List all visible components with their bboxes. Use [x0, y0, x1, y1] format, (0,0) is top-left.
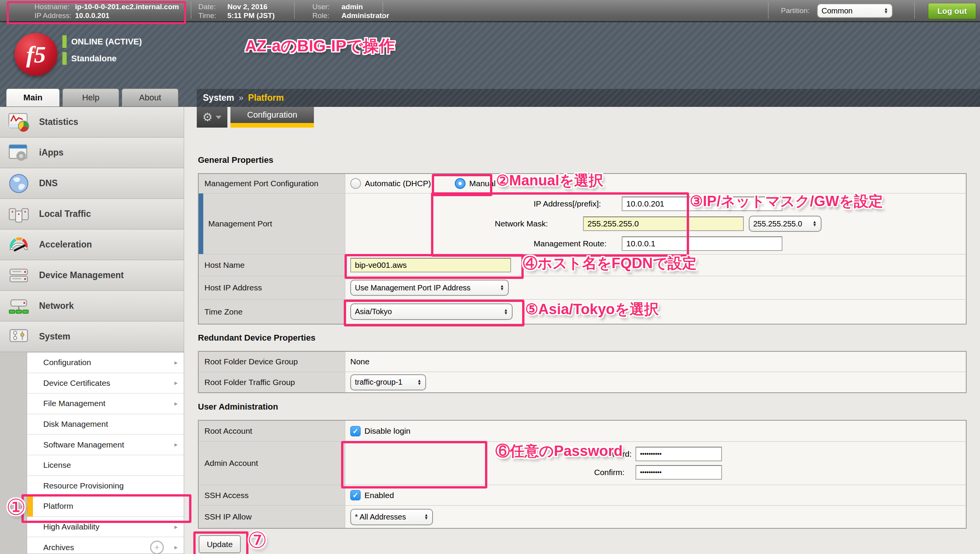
submenu-label: Configuration [43, 358, 91, 367]
redundant-properties-table: Root Folder Device Group None Root Folde… [198, 351, 967, 393]
host-name-input[interactable] [350, 258, 511, 272]
servers-icon [8, 203, 30, 225]
header-divider [294, 2, 295, 18]
ssh-enabled-checkbox[interactable]: ✓ [350, 490, 361, 500]
breadcrumb-section[interactable]: System [203, 93, 234, 103]
date-label: Date: [198, 3, 216, 11]
section-title-redundant: Redundant Device Properties [198, 333, 315, 343]
submenu-label: Device Certificates [43, 379, 110, 388]
annotation-step7: ⑦ [247, 527, 267, 553]
timezone-select-value: Asia/Tokyo [355, 307, 392, 316]
annotation-step2: ②Manualを選択 [496, 171, 603, 190]
submenu-item-file-management[interactable]: File Management ▸ [27, 393, 184, 414]
tab-configuration[interactable]: Configuration [230, 107, 314, 128]
sidebar-item-network[interactable]: Network [0, 291, 184, 321]
submenu-arrow-icon: ▸ [174, 400, 178, 408]
confirm-label: Confirm: [594, 468, 635, 477]
status-bar-icon [62, 52, 67, 65]
partition-label: Partition: [781, 7, 810, 15]
row-label: Root Folder Device Group [199, 352, 345, 372]
brand-banner: f5 ONLINE (ACTIVE) Standalone Main Help … [0, 22, 980, 107]
system-sliders-icon [8, 326, 30, 348]
password-input[interactable] [635, 447, 722, 461]
submenu-item-platform[interactable]: Platform [27, 496, 184, 517]
partition-select[interactable]: Common ▲▼ [817, 3, 893, 18]
traffic-group-select-value: traffic-group-1 [355, 378, 402, 387]
traffic-group-select[interactable]: traffic-group-1 ▲▼ [350, 374, 426, 390]
submenu-item-software-management[interactable]: Software Management ▸ [27, 434, 184, 455]
ssh-ip-allow-select[interactable]: * All Addresses ▲▼ [350, 509, 433, 525]
user-label: User: [312, 3, 330, 11]
gear-icon: ⚙ [203, 111, 213, 123]
select-arrows-icon: ▲▼ [424, 514, 428, 520]
annotation-step3: ③IP/ネットマスク/GWを設定 [690, 192, 883, 211]
header-divider [382, 2, 383, 18]
submenu-arrow-icon: ▸ [174, 543, 178, 551]
section-title-user-admin: User Administration [198, 402, 278, 412]
sidebar-item-dns[interactable]: DNS [0, 168, 184, 199]
ip-value: 10.0.0.201 [75, 11, 109, 20]
user-value: admin [341, 3, 363, 11]
host-ip-select[interactable]: Use Management Port IP Address ▲▼ [350, 280, 509, 296]
update-button[interactable]: Update [199, 535, 241, 553]
select-arrows-icon: ▲▼ [504, 309, 508, 315]
sidebar-item-system[interactable]: System [0, 321, 184, 352]
role-label: Role: [312, 11, 329, 20]
annotation-step6: ⑥任意のPassword [495, 441, 622, 461]
f5-logo: f5 [15, 33, 57, 76]
ip-label: IP Address: [34, 11, 72, 20]
tab-help[interactable]: Help [62, 89, 119, 107]
tab-about[interactable]: About [122, 89, 178, 107]
sidebar-item-iapps[interactable]: iApps [0, 138, 184, 168]
network-mask-select[interactable]: 255.255.255.0 ▲▼ [749, 216, 822, 232]
select-arrows-icon: ▲▼ [500, 285, 504, 291]
submenu-item-disk-management[interactable]: Disk Management [27, 414, 184, 435]
active-row-marker [199, 193, 203, 254]
user-admin-table: Root Account ✓ Disable login Admin Accou… [198, 420, 967, 529]
time-label: Time: [198, 11, 216, 20]
ssh-enabled-label: Enabled [364, 491, 394, 500]
submenu-item-resource-provisioning[interactable]: Resource Provisioning [27, 476, 184, 497]
submenu-item-device-certificates[interactable]: Device Certificates ▸ [27, 373, 184, 394]
sidebar-item-device-management[interactable]: Device Management [0, 260, 184, 291]
options-menu-button[interactable]: ⚙ [197, 107, 227, 128]
host-ip-select-value: Use Management Port IP Address [355, 284, 470, 292]
disable-login-checkbox[interactable]: ✓ [350, 426, 361, 436]
sidebar-item-acceleration[interactable]: Acceleration [0, 229, 184, 260]
dns-globe-icon [8, 172, 30, 195]
header-divider [191, 2, 191, 18]
radio-manual-label: Manual [469, 179, 496, 188]
row-label: Admin Account [199, 442, 345, 485]
radio-manual[interactable] [455, 178, 466, 189]
sidebar-item-label: Device Management [39, 270, 124, 280]
radio-automatic-dhcp[interactable] [350, 178, 361, 189]
network-mask-label: Network Mask: [495, 219, 583, 228]
disable-login-label: Disable login [364, 426, 410, 436]
time-value: 5:11 PM (JST) [227, 11, 275, 20]
submenu-item-high-availability[interactable]: High Availability ▸ [27, 517, 184, 538]
submenu-item-license[interactable]: License [27, 455, 184, 476]
submenu-label: High Availability [43, 522, 100, 531]
submenu-item-archives[interactable]: Archives + ▸ [27, 537, 184, 554]
row-label: Host Name [199, 254, 345, 276]
management-route-input[interactable] [622, 236, 782, 251]
tab-main[interactable]: Main [6, 89, 60, 107]
header-divider [914, 2, 915, 18]
system-submenu: Configuration ▸ Device Certificates ▸ Fi… [27, 352, 184, 554]
logout-button[interactable]: Log out [928, 3, 976, 19]
network-mask-input[interactable] [583, 216, 744, 231]
timezone-select[interactable]: Asia/Tokyo ▲▼ [350, 303, 513, 320]
confirm-input[interactable] [635, 465, 722, 480]
submenu-item-configuration[interactable]: Configuration ▸ [27, 352, 184, 373]
sidebar-item-label: iApps [39, 148, 64, 158]
submenu-label: Platform [43, 502, 73, 511]
row-label: Management Port [199, 193, 345, 254]
plus-circle-icon[interactable]: + [150, 541, 164, 554]
sidebar-item-statistics[interactable]: Statistics [0, 107, 184, 138]
device-stack-icon [8, 264, 30, 287]
annotation-banner-note: AZ-aのBIG-IPで操作 [245, 35, 395, 57]
hostname-label: Hostname: [34, 3, 70, 11]
chevron-down-icon [216, 116, 222, 119]
sidebar-item-local-traffic[interactable]: Local Traffic [0, 199, 184, 229]
device-group-value: None [350, 357, 369, 366]
